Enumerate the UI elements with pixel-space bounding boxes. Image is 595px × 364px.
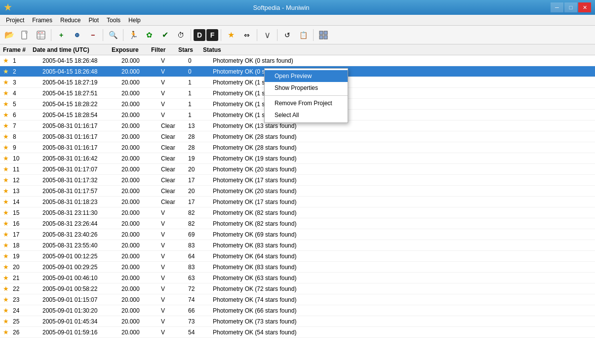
- row-exposure: 20.000: [121, 264, 161, 271]
- row-star-icon: ★: [3, 79, 12, 86]
- table-row[interactable]: ★ 24 2005-09-01 01:30:20 20.000 V 66 Pho…: [0, 305, 595, 316]
- menu-item-plot[interactable]: Plot: [84, 16, 103, 25]
- new-file-button[interactable]: [18, 28, 33, 42]
- menu-item-reduce[interactable]: Reduce: [56, 16, 84, 25]
- menu-item-frames[interactable]: Frames: [28, 16, 56, 25]
- row-star-icon: ★: [3, 274, 12, 282]
- row-exposure: 20.000: [121, 231, 161, 238]
- row-date: 2005-08-31 01:16:42: [42, 155, 121, 162]
- table-row[interactable]: ★ 14 2005-08-31 01:18:23 20.000 Clear 17…: [0, 197, 595, 207]
- svg-rect-7: [319, 31, 323, 35]
- row-star-icon: ★: [3, 155, 12, 162]
- row-date: 2005-09-01 01:45:34: [42, 318, 121, 325]
- star-button[interactable]: ✿: [142, 28, 157, 42]
- row-filter: Clear: [161, 166, 188, 173]
- close-button[interactable]: ✕: [578, 2, 591, 12]
- clock-button[interactable]: ⏱: [173, 28, 188, 42]
- menu-item-tools[interactable]: Tools: [103, 16, 124, 25]
- table-row[interactable]: ★ 15 2005-08-31 23:11:30 20.000 V 82 Pho…: [0, 207, 595, 218]
- table-row[interactable]: ★ 8 2005-08-31 01:16:17 20.000 Clear 28 …: [0, 131, 595, 142]
- row-frame: 2: [13, 68, 42, 75]
- row-filter: V: [161, 296, 188, 303]
- add2-button[interactable]: ⊕: [70, 28, 84, 42]
- row-stars: 1: [188, 101, 213, 108]
- table-row[interactable]: ★ 16 2005-08-31 23:26:44 20.000 V 82 Pho…: [0, 218, 595, 229]
- row-status: Photometry OK (54 stars found): [213, 329, 595, 336]
- ctx-item-select-all[interactable]: Select All: [265, 109, 348, 121]
- row-stars: 20: [188, 166, 213, 173]
- table-row[interactable]: ★ 23 2005-09-01 01:15:07 20.000 V 74 Pho…: [0, 294, 595, 305]
- back-button[interactable]: ↺: [280, 28, 295, 42]
- row-status: Photometry OK (13 stars found): [213, 122, 595, 129]
- row-stars: 1: [188, 90, 213, 97]
- row-exposure: 20.000: [121, 57, 161, 64]
- table-row[interactable]: ★ 9 2005-08-31 01:16:17 20.000 Clear 28 …: [0, 142, 595, 153]
- add-frame-button[interactable]: +: [54, 28, 69, 42]
- table-row[interactable]: ★ 13 2005-08-31 01:17:57 20.000 Clear 20…: [0, 186, 595, 197]
- minimize-button[interactable]: ─: [551, 2, 563, 12]
- app-icon: [4, 3, 12, 11]
- row-date: 2005-04-15 18:27:19: [42, 79, 121, 86]
- menu-item-project[interactable]: Project: [2, 16, 28, 25]
- arrows-button[interactable]: ⇔: [239, 28, 254, 42]
- table-row[interactable]: ★ 21 2005-09-01 00:46:10 20.000 V 63 Pho…: [0, 273, 595, 283]
- table-row[interactable]: ★ 18 2005-08-31 23:55:40 20.000 V 83 Pho…: [0, 240, 595, 251]
- row-frame: 22: [13, 285, 42, 292]
- table-row[interactable]: ★ 19 2005-09-01 00:12:25 20.000 V 64 Pho…: [0, 251, 595, 262]
- row-filter: V: [161, 112, 188, 119]
- row-exposure: 20.000: [121, 285, 161, 292]
- row-frame: 26: [13, 329, 42, 336]
- row-exposure: 20.000: [121, 275, 161, 282]
- table-row[interactable]: ★ 1 2005-04-15 18:26:48 20.000 V 0 Photo…: [0, 55, 595, 66]
- checklist-button[interactable]: ✕✕: [34, 28, 48, 42]
- table-row[interactable]: ★ 20 2005-09-01 00:29:25 20.000 V 83 Pho…: [0, 262, 595, 273]
- remove-button[interactable]: −: [85, 28, 100, 42]
- ctx-item-open-preview[interactable]: Open Preview: [265, 70, 348, 82]
- menubar: ProjectFramesReducePlotToolsHelp: [0, 15, 595, 26]
- f-button[interactable]: F: [206, 29, 218, 41]
- search-button[interactable]: 🔍: [106, 28, 120, 42]
- table-row[interactable]: ★ 26 2005-09-01 01:59:16 20.000 V 54 Pho…: [0, 327, 595, 338]
- row-star-icon: ★: [3, 220, 12, 227]
- row-filter: V: [161, 285, 188, 292]
- row-stars: 54: [188, 329, 213, 336]
- menu-item-help[interactable]: Help: [124, 16, 145, 25]
- open-folder-button[interactable]: 📂: [2, 28, 17, 42]
- table-row[interactable]: ★ 17 2005-08-31 23:40:26 20.000 V 69 Pho…: [0, 229, 595, 240]
- row-exposure: 20.000: [121, 133, 161, 140]
- row-date: 2005-09-01 00:58:22: [42, 285, 121, 292]
- row-date: 2005-09-01 01:15:07: [42, 296, 121, 303]
- row-exposure: 20.000: [121, 329, 161, 336]
- run-button[interactable]: 🏃: [126, 28, 141, 42]
- table-row[interactable]: ★ 22 2005-09-01 00:58:22 20.000 V 72 Pho…: [0, 283, 595, 294]
- maximize-button[interactable]: □: [564, 2, 577, 12]
- row-stars: 19: [188, 155, 213, 162]
- row-exposure: 20.000: [121, 188, 161, 195]
- row-filter: Clear: [161, 177, 188, 184]
- v-button[interactable]: ∨: [260, 28, 275, 42]
- table-row[interactable]: ★ 25 2005-09-01 01:45:34 20.000 V 73 Pho…: [0, 316, 595, 327]
- row-stars: 28: [188, 133, 213, 140]
- row-exposure: 20.000: [121, 112, 161, 119]
- check-button[interactable]: ✔: [158, 28, 172, 42]
- table-row[interactable]: ★ 10 2005-08-31 01:16:42 20.000 Clear 19…: [0, 153, 595, 164]
- row-star-icon: ★: [3, 263, 12, 271]
- row-status: Photometry OK (82 stars found): [213, 220, 595, 227]
- table-row[interactable]: ★ 12 2005-08-31 01:17:32 20.000 Clear 17…: [0, 175, 595, 186]
- grid-button[interactable]: [316, 28, 331, 42]
- row-stars: 72: [188, 285, 213, 292]
- ctx-item-remove-from-project[interactable]: Remove From Project: [265, 97, 348, 109]
- table-row[interactable]: ★ 11 2005-08-31 01:17:07 20.000 Clear 20…: [0, 164, 595, 175]
- row-star-icon: ★: [3, 328, 12, 336]
- row-stars: 1: [188, 79, 213, 86]
- row-frame: 3: [13, 79, 42, 86]
- d-button[interactable]: D: [194, 29, 205, 41]
- book-button[interactable]: 📋: [296, 28, 311, 42]
- row-stars: 0: [188, 68, 213, 75]
- row-filter: V: [161, 79, 188, 86]
- favorite-button[interactable]: ★: [224, 28, 238, 42]
- row-star-icon: ★: [3, 165, 12, 173]
- row-filter: Clear: [161, 155, 188, 162]
- ctx-item-show-properties[interactable]: Show Properties: [265, 82, 348, 94]
- row-stars: 69: [188, 231, 213, 238]
